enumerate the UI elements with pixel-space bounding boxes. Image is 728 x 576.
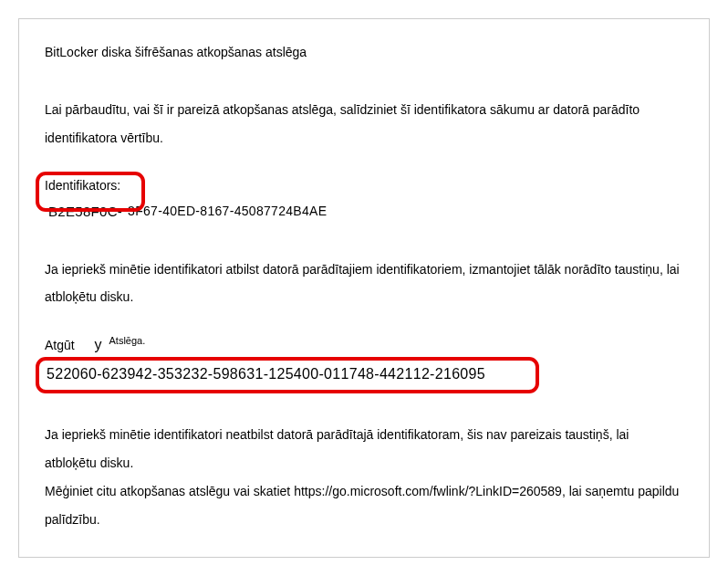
identifier-label: Identifikators: (45, 178, 683, 193)
intro-paragraph: Lai pārbaudītu, vai šī ir pareizā atkopš… (45, 96, 683, 152)
match-instruction-paragraph: Ja iepriekš minētie identifikatori atbil… (45, 256, 683, 312)
recovery-key-label-row: Atgūt y Atslēga. (45, 337, 683, 353)
document-page: BitLocker diska šifrēšanas atkopšanas at… (18, 18, 710, 558)
identifier-section: Identifikators: B2E58F0C- 3F67-40ED-8167… (45, 178, 683, 225)
footer-text: Ja iepriekš minētie identifikatori neatb… (45, 427, 679, 526)
page-title: BitLocker diska šifrēšanas atkopšanas at… (45, 45, 683, 59)
identifier-rest: 3F67-40ED-8167-45087724B4AE (128, 198, 327, 224)
identifier-prefix: B2E58F0C- (45, 198, 128, 225)
footer-paragraph: Ja iepriekš minētie identifikatori neatb… (45, 421, 683, 533)
recovery-label-part2: Atslēga. (109, 335, 145, 346)
recovery-key-value: 522060-623942-353232-598631-125400-01174… (45, 362, 683, 386)
identifier-value-row: B2E58F0C- 3F67-40ED-8167-45087724B4AE (45, 198, 683, 225)
recovery-key-section: Atgūt y Atslēga. 522060-623942-353232-59… (45, 337, 683, 386)
recovery-label-y: y (95, 337, 102, 353)
recovery-label-part1: Atgūt (45, 338, 75, 352)
